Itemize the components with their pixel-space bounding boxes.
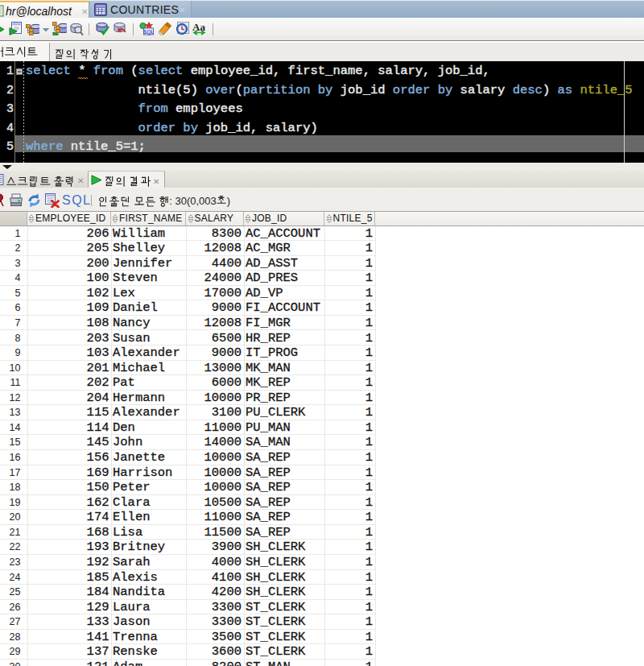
svg-text:SQL: SQL [143, 29, 154, 35]
